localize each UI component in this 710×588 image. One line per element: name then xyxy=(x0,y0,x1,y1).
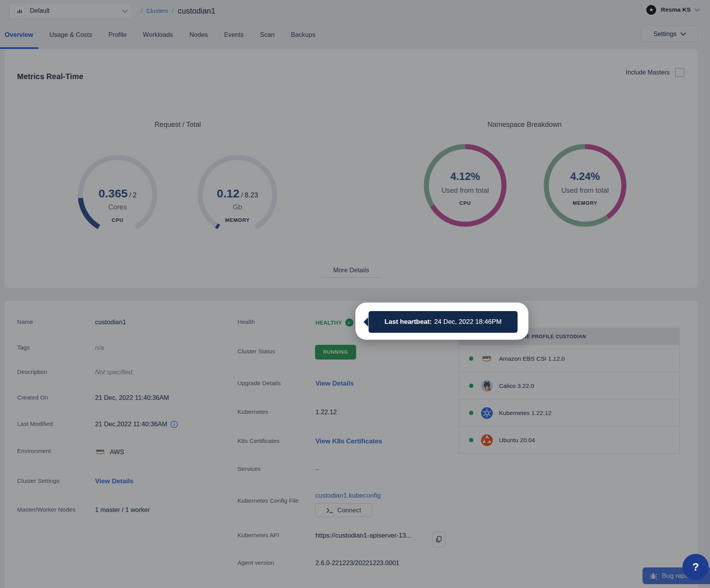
dim-overlay xyxy=(0,0,710,588)
cluster-overview-page: Default / Clusters / custodian1 Resma KS… xyxy=(0,0,710,588)
help-button[interactable]: ? xyxy=(682,554,709,580)
tooltip-label: Last heartbeat: xyxy=(384,318,432,326)
tooltip-value: 24 Dec, 2022 18:46PM xyxy=(434,318,502,326)
last-heartbeat-tooltip: Last heartbeat: 24 Dec, 2022 18:46PM xyxy=(369,311,518,333)
